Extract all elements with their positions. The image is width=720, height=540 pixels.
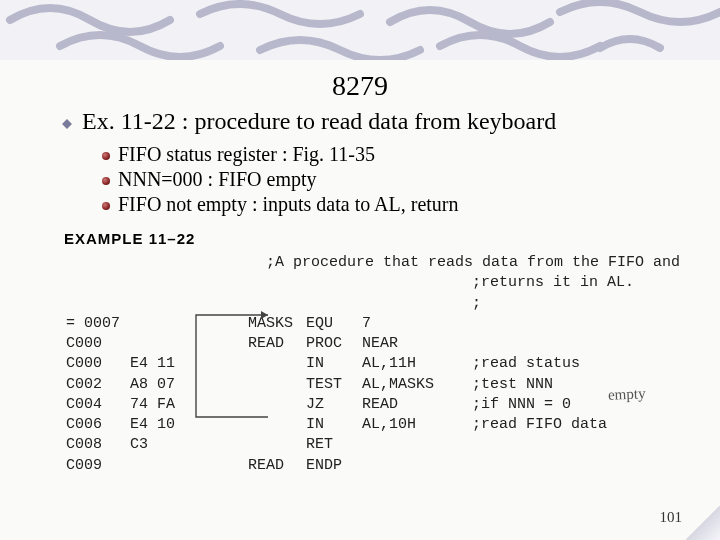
- dot-bullet-icon: [102, 152, 110, 160]
- code-line: ;returns it in AL.: [66, 273, 680, 293]
- sub-bullet-text: FIFO not empty : inputs data to AL, retu…: [118, 193, 459, 216]
- example-heading: EXAMPLE 11–22: [64, 230, 680, 247]
- code-line: C006E4 10INAL,10H;read FIFO data: [66, 415, 680, 435]
- dot-bullet-icon: [102, 202, 110, 210]
- main-bullet-text: Ex. 11-22 : procedure to read data from …: [82, 108, 556, 135]
- dot-bullet-icon: [102, 177, 110, 185]
- page-number: 101: [660, 509, 683, 526]
- code-line: C000E4 11INAL,11H;read status: [66, 354, 680, 374]
- code-line: C008C3RET: [66, 435, 680, 455]
- svg-rect-0: [62, 119, 72, 129]
- handwritten-note: empty: [608, 383, 646, 405]
- sub-bullet-item: NNN=000 : FIFO empty: [102, 168, 680, 191]
- diamond-bullet-icon: [62, 119, 72, 129]
- sub-bullet-item: FIFO not empty : inputs data to AL, retu…: [102, 193, 680, 216]
- header-decoration: [0, 0, 720, 60]
- main-bullet-row: Ex. 11-22 : procedure to read data from …: [62, 108, 680, 135]
- code-line: = 0007MASKSEQU7: [66, 314, 680, 334]
- code-listing: empty ;A procedure that reads data from …: [66, 253, 680, 476]
- wave-pattern-icon: [0, 0, 720, 60]
- content-area: Ex. 11-22 : procedure to read data from …: [0, 108, 720, 476]
- code-line: C00474 FAJZREAD;if NNN = 0: [66, 395, 680, 415]
- code-line: C000READPROCNEAR: [66, 334, 680, 354]
- code-line: C002A8 07TESTAL,MASKS;test NNN: [66, 375, 680, 395]
- code-line: ;: [66, 294, 680, 314]
- sub-bullet-text: FIFO status register : Fig. 11-35: [118, 143, 375, 166]
- sub-bullet-item: FIFO status register : Fig. 11-35: [102, 143, 680, 166]
- sub-bullet-list: FIFO status register : Fig. 11-35 NNN=00…: [102, 143, 680, 216]
- sub-bullet-text: NNN=000 : FIFO empty: [118, 168, 317, 191]
- code-line: C009READENDP: [66, 456, 680, 476]
- page-corner-fold-icon: [686, 506, 720, 540]
- code-line: ;A procedure that reads data from the FI…: [66, 253, 680, 273]
- slide-title: 8279: [0, 70, 720, 102]
